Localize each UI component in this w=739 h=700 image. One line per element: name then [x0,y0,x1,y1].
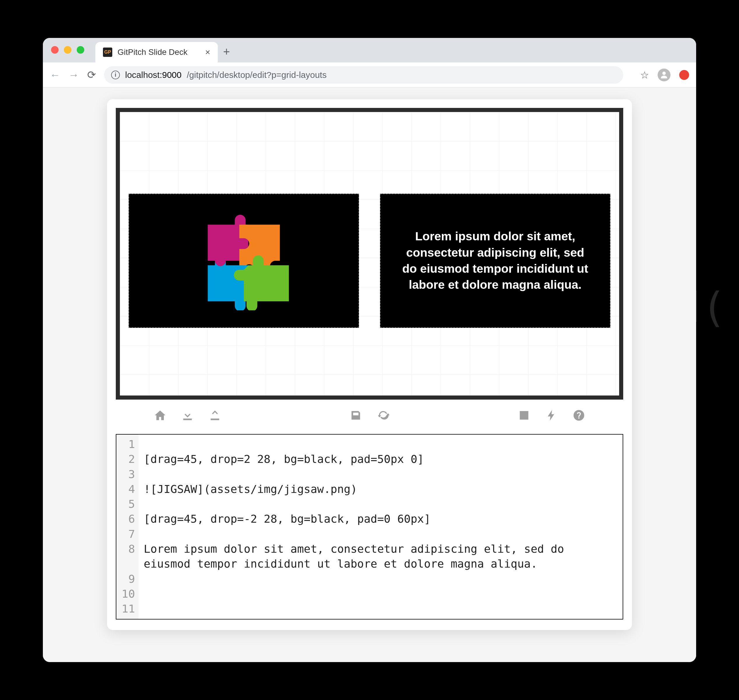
code-content[interactable]: [drag=45, drop=2 28, bg=black, pad=50px … [138,435,623,619]
image-icon[interactable] [518,409,530,425]
url-path: /gitpitch/desktop/edit?p=grid-layouts [187,70,326,80]
tab-bar: GP GitPitch Slide Deck × + [43,38,696,62]
window-maximize-button[interactable] [77,46,84,54]
extension-badge-icon[interactable] [679,70,689,80]
forward-icon[interactable]: → [69,69,79,81]
slide-preview: Lorem ipsum dolor sit amet, consectetur … [116,108,623,400]
bolt-icon[interactable] [545,409,558,425]
url-host: localhost:9000 [125,70,181,80]
window-controls [51,46,84,54]
slide-block-right: Lorem ipsum dolor sit amet, consectetur … [380,194,610,328]
tab-close-icon[interactable]: × [205,47,210,57]
jigsaw-icon [194,211,293,310]
save-icon[interactable] [350,409,362,425]
editor-card: Lorem ipsum dolor sit amet, consectetur … [107,99,632,630]
address-right-icons: ☆ [632,69,689,81]
bookmark-icon[interactable]: ☆ [640,69,649,81]
address-bar: ← → ⟳ i localhost:9000 /gitpitch/desktop… [43,62,696,87]
editor-toolbar [116,407,623,427]
profile-avatar[interactable] [658,69,670,81]
window-minimize-button[interactable] [64,46,72,54]
browser-tab[interactable]: GP GitPitch Slide Deck × [95,42,218,62]
window-close-button[interactable] [51,46,59,54]
refresh-icon[interactable] [377,409,389,425]
slide-block-left [129,194,359,328]
slide-text: Lorem ipsum dolor sit amet, consectetur … [401,228,589,293]
tab-title: GitPitch Slide Deck [118,47,188,57]
tab-favicon: GP [103,47,112,57]
code-editor[interactable]: 1 2 3 4 5 6 7 8 9 10 11 [drag=45, drop=2… [116,434,623,619]
line-number-gutter: 1 2 3 4 5 6 7 8 9 10 11 [116,435,138,619]
upload-icon[interactable] [209,409,221,425]
browser-window: GP GitPitch Slide Deck × + ← → ⟳ i local… [43,38,696,662]
site-info-icon[interactable]: i [111,71,120,79]
download-icon[interactable] [181,409,194,425]
new-tab-button[interactable]: + [223,45,230,62]
help-icon[interactable] [573,409,585,425]
home-icon[interactable] [154,409,166,425]
page-content: Lorem ipsum dolor sit amet, consectetur … [43,87,696,662]
url-input[interactable]: i localhost:9000 /gitpitch/desktop/edit?… [104,66,623,84]
back-icon[interactable]: ← [50,69,60,81]
reload-icon[interactable]: ⟳ [87,69,96,81]
